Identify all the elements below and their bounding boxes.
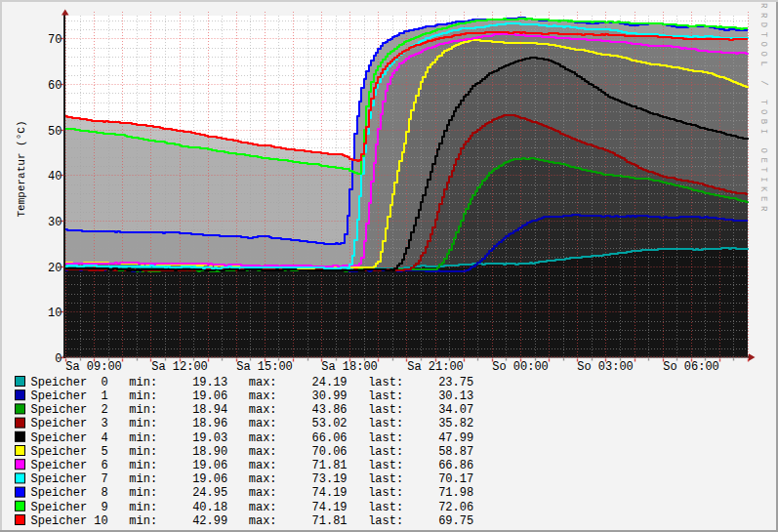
svg-text:Sa 18:00: Sa 18:00 — [321, 360, 378, 374]
svg-text:Speicher 9 min: 40.18: Speicher 9 min: 40.18 max: 74.19 last: 7… — [31, 501, 474, 514]
svg-text:RRDTOOL / TOBI OETIKER: RRDTOOL / TOBI OETIKER — [758, 3, 768, 216]
svg-text:Speicher 2 min: 18.94: Speicher 2 min: 18.94 max: 43.86 last: 3… — [31, 403, 474, 417]
svg-text:70: 70 — [48, 33, 61, 47]
svg-text:60: 60 — [48, 79, 61, 93]
svg-text:Sa 09:00: Sa 09:00 — [65, 360, 122, 374]
svg-text:Speicher 1 min: 19.06: Speicher 1 min: 19.06 max: 30.99 last: 3… — [31, 389, 474, 403]
svg-text:Speicher 10 min: 42.99: Speicher 10 min: 42.99 max: 71.81 last: … — [31, 514, 474, 528]
svg-text:Speicher 0 min: 19.13: Speicher 0 min: 19.13 max: 24.19 last: 2… — [31, 376, 474, 389]
svg-text:30: 30 — [48, 216, 61, 229]
svg-text:10: 10 — [48, 307, 61, 320]
svg-text:Speicher 7 min: 19.06: Speicher 7 min: 19.06 max: 73.19 last: 7… — [31, 472, 474, 486]
svg-text:50: 50 — [48, 125, 61, 139]
svg-text:20: 20 — [48, 262, 61, 275]
svg-text:Sa 15:00: Sa 15:00 — [236, 360, 293, 374]
svg-text:So 06:00: So 06:00 — [663, 360, 719, 374]
svg-text:40: 40 — [48, 170, 61, 184]
svg-text:Temperatur (°C): Temperatur (°C) — [16, 120, 27, 217]
svg-text:Speicher 8 min: 24.95: Speicher 8 min: 24.95 max: 74.19 last: 7… — [31, 486, 474, 500]
svg-text:Sa 21:00: Sa 21:00 — [407, 360, 464, 374]
svg-text:Speicher 6 min: 19.06: Speicher 6 min: 19.06 max: 71.81 last: 6… — [31, 459, 474, 472]
svg-text:Speicher 5 min: 18.90: Speicher 5 min: 18.90 max: 70.06 last: 5… — [31, 445, 474, 459]
svg-text:0: 0 — [55, 352, 61, 366]
svg-text:Speicher 4 min: 19.03: Speicher 4 min: 19.03 max: 66.06 last: 4… — [31, 431, 474, 445]
svg-text:Sa 12:00: Sa 12:00 — [151, 360, 208, 374]
svg-text:So 03:00: So 03:00 — [577, 360, 634, 374]
svg-text:So 00:00: So 00:00 — [492, 360, 549, 374]
svg-text:Speicher 3 min: 18.96: Speicher 3 min: 18.96 max: 53.02 last: 3… — [31, 417, 474, 430]
